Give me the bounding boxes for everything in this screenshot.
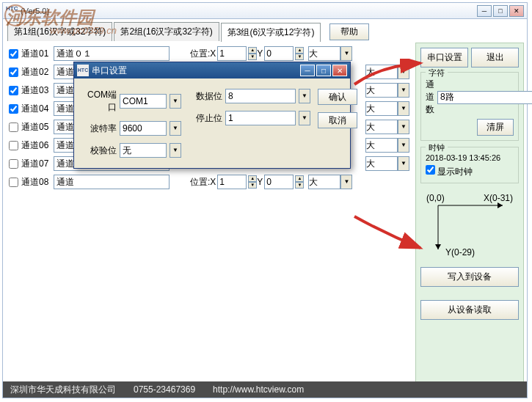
y-spinner[interactable]: ▲▼: [295, 175, 304, 189]
baud-label: 波特率: [83, 123, 117, 135]
channel-checkbox[interactable]: [9, 178, 18, 187]
serial-settings-button[interactable]: 串口设置: [420, 48, 468, 67]
dropdown-icon[interactable]: ▼: [398, 138, 409, 153]
right-panel: 串口设置 退出 字符 通道数 ▲▼ 清屏 时钟 2018-03-19 13:45…: [415, 43, 524, 396]
data-bits-input[interactable]: [225, 89, 296, 103]
help-button[interactable]: 帮助: [329, 23, 369, 40]
channel-row: 通道01 位置:X ▲▼ Y ▲▼ ▼: [9, 45, 409, 62]
dropdown-icon[interactable]: ▼: [398, 120, 409, 134]
x-spinner[interactable]: ▲▼: [248, 175, 257, 189]
dropdown-icon[interactable]: ▼: [299, 111, 310, 125]
dropdown-icon[interactable]: ▼: [299, 89, 310, 103]
status-phone: 0755-23467369: [134, 384, 195, 395]
status-bar: 深圳市华天成科技有限公司 0755-23467369 http://www.ht…: [3, 381, 527, 398]
clear-screen-button[interactable]: 清屏: [477, 119, 514, 136]
dropdown-icon[interactable]: ▼: [398, 101, 409, 116]
coord-origin-label: (0,0): [426, 193, 445, 203]
window-title: (Ver5.0): [21, 7, 477, 15]
status-url: http://www.htcview.com: [213, 384, 304, 395]
svg-marker-1: [498, 202, 503, 208]
clock-group-title: 时钟: [426, 142, 448, 153]
dropdown-icon[interactable]: ▼: [398, 156, 409, 171]
channel-checkbox[interactable]: [9, 49, 18, 59]
tab-group2[interactable]: 第2组(16汉字或32字符): [114, 22, 219, 41]
serial-settings-dialog: HTC 串口设置 ─ □ ✕ COM端口 ▼ 波特率 ▼ 校验位 ▼ 数据位 ▼: [73, 62, 351, 169]
dropdown-icon[interactable]: ▼: [340, 46, 352, 61]
channel-count-input[interactable]: [437, 91, 532, 104]
dialog-maximize-button[interactable]: □: [316, 65, 331, 76]
tab-group1[interactable]: 第1组(16汉字或32字符): [7, 22, 112, 41]
size-select[interactable]: [365, 156, 398, 171]
show-clock-label[interactable]: 显示时钟: [426, 167, 473, 177]
pos-y-input[interactable]: [264, 175, 294, 189]
coord-y-label: Y(0-29): [445, 247, 475, 257]
channel-text-input[interactable]: [54, 46, 170, 61]
size-select[interactable]: [365, 83, 398, 98]
parity-input[interactable]: [120, 143, 167, 158]
channel-checkbox[interactable]: [9, 159, 18, 169]
dialog-ok-button[interactable]: 确认: [318, 89, 357, 105]
dialog-titlebar: HTC 串口设置 ─ □ ✕: [74, 62, 350, 78]
position-x-label: 位置:X: [190, 176, 216, 189]
clock-value: 2018-03-19 13:45:26: [426, 153, 514, 162]
stop-bits-label: 停止位: [189, 112, 222, 125]
pos-x-input[interactable]: [217, 175, 247, 189]
x-spinner[interactable]: ▲▼: [248, 47, 257, 60]
dialog-cancel-button[interactable]: 取消: [318, 112, 357, 128]
position-y-label: Y: [257, 48, 263, 59]
dropdown-icon[interactable]: ▼: [340, 175, 352, 189]
write-device-button[interactable]: 写入到设备: [420, 267, 519, 287]
channel-checkbox[interactable]: [9, 86, 18, 95]
dropdown-icon[interactable]: ▼: [170, 94, 181, 109]
coord-x-label: X(0-31): [484, 193, 513, 203]
size-select[interactable]: [365, 120, 398, 134]
channel-text-input[interactable]: [54, 175, 170, 189]
dropdown-icon[interactable]: ▼: [398, 65, 409, 79]
channel-label: 通道04: [21, 103, 54, 115]
parity-label: 校验位: [83, 145, 117, 157]
read-device-button[interactable]: 从设备读取: [420, 300, 519, 320]
size-select[interactable]: [308, 46, 340, 61]
dropdown-icon[interactable]: ▼: [398, 83, 409, 98]
dropdown-icon[interactable]: ▼: [170, 143, 181, 158]
size-select[interactable]: [365, 65, 398, 79]
maximize-button[interactable]: □: [493, 5, 508, 17]
channel-checkbox[interactable]: [9, 67, 18, 77]
channel-label: 通道03: [21, 84, 54, 97]
dialog-minimize-button[interactable]: ─: [300, 65, 315, 76]
channel-label: 通道05: [21, 121, 54, 134]
channel-label: 通道06: [21, 139, 54, 152]
dialog-close-button[interactable]: ✕: [332, 65, 347, 76]
y-spinner[interactable]: ▲▼: [295, 47, 304, 60]
chars-group-title: 字符: [426, 67, 448, 78]
size-select[interactable]: [365, 138, 398, 153]
exit-button[interactable]: 退出: [471, 48, 519, 67]
stop-bits-input[interactable]: [225, 111, 296, 125]
show-clock-checkbox[interactable]: [426, 165, 435, 175]
clock-group: 时钟 2018-03-19 13:45:26 显示时钟: [420, 147, 519, 183]
channel-checkbox[interactable]: [9, 104, 18, 114]
dialog-body: COM端口 ▼ 波特率 ▼ 校验位 ▼ 数据位 ▼ 停止位 ▼ 确认: [74, 78, 350, 168]
baud-input[interactable]: [120, 121, 167, 136]
channel-checkbox[interactable]: [9, 123, 18, 132]
channel-checkbox[interactable]: [9, 141, 18, 150]
window-controls: ─ □ ✕: [477, 5, 524, 17]
coord-diagram: (0,0) X(0-31) Y(0-29): [423, 192, 516, 258]
dialog-icon: HTC: [77, 65, 89, 76]
tab-group3[interactable]: 第3组(6汉字或12字符): [221, 23, 321, 42]
com-port-label: COM端口: [83, 89, 117, 114]
pos-y-input[interactable]: [264, 46, 294, 61]
status-company: 深圳市华天成科技有限公司: [10, 384, 116, 396]
size-select[interactable]: [308, 175, 340, 189]
com-port-input[interactable]: [120, 94, 167, 109]
chars-group: 字符 通道数 ▲▼ 清屏: [420, 72, 519, 141]
svg-marker-3: [435, 244, 441, 249]
size-select[interactable]: [365, 101, 398, 116]
dropdown-icon[interactable]: ▼: [170, 121, 181, 136]
position-y-label: Y: [257, 177, 263, 187]
pos-x-input[interactable]: [217, 46, 247, 61]
close-button[interactable]: ✕: [509, 5, 524, 17]
minimize-button[interactable]: ─: [477, 5, 492, 17]
channel-label: 通道07: [21, 158, 54, 170]
title-bar: HTC (Ver5.0) ─ □ ✕: [3, 3, 527, 19]
